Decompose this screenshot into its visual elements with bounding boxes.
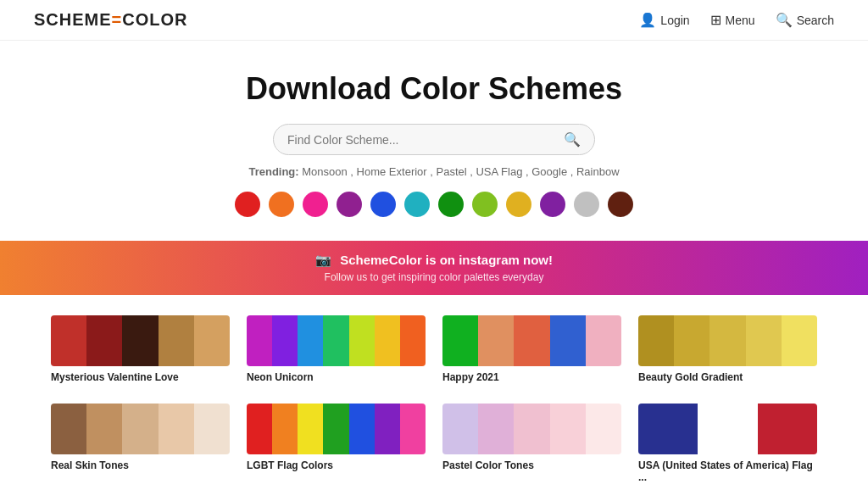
- scheme-swatch: [247, 404, 272, 454]
- scheme-swatches: [442, 315, 621, 366]
- color-circle-1[interactable]: [269, 192, 294, 217]
- instagram-title: 📷 SchemeColor is on instagram now!: [17, 253, 851, 268]
- trending-bar: Trending: Monsoon , Home Exterior , Past…: [17, 165, 851, 178]
- scheme-swatch: [122, 404, 158, 454]
- scheme-swatch: [758, 404, 817, 454]
- color-circle-5[interactable]: [404, 192, 430, 217]
- scheme-name: USA (United States of America) Flag ...: [638, 459, 817, 483]
- search-bar: 🔍: [273, 124, 595, 155]
- scheme-swatch: [550, 315, 586, 366]
- scheme-swatch: [709, 315, 745, 366]
- scheme-card[interactable]: Real Skin Tones: [51, 404, 230, 483]
- scheme-swatch: [86, 315, 122, 366]
- scheme-name: Mysterious Valentine Love: [51, 371, 230, 383]
- color-circle-3[interactable]: [337, 192, 362, 217]
- scheme-card[interactable]: Pastel Color Tones: [442, 404, 621, 483]
- scheme-swatch: [698, 404, 757, 454]
- scheme-swatches: [638, 404, 817, 454]
- search-icon: 🔍: [564, 131, 581, 148]
- scheme-card[interactable]: Neon Unicorn: [247, 315, 426, 383]
- scheme-swatch: [349, 315, 375, 366]
- scheme-name: Beauty Gold Gradient: [638, 371, 817, 383]
- color-circle-8[interactable]: [506, 192, 531, 217]
- scheme-swatch: [400, 315, 426, 366]
- scheme-card[interactable]: USA (United States of America) Flag ...: [638, 404, 817, 483]
- search-nav-label: Search: [797, 14, 834, 27]
- trending-label: Trending:: [248, 165, 298, 178]
- scheme-swatch: [323, 404, 348, 454]
- login-nav-item[interactable]: 👤 Login: [639, 12, 689, 28]
- scheme-swatches: [247, 315, 426, 366]
- scheme-swatch: [400, 404, 426, 454]
- scheme-swatch: [442, 315, 478, 366]
- scheme-swatches: [51, 404, 230, 454]
- scheme-swatches: [51, 315, 230, 366]
- search-nav-item[interactable]: 🔍 Search: [776, 12, 834, 28]
- scheme-swatches: [638, 315, 817, 366]
- color-circle-4[interactable]: [370, 192, 396, 217]
- scheme-card[interactable]: Happy 2021: [442, 315, 621, 383]
- scheme-swatch: [247, 315, 272, 366]
- scheme-card[interactable]: LGBT Flag Colors: [247, 404, 426, 483]
- scheme-name: Neon Unicorn: [247, 371, 426, 383]
- scheme-name: LGBT Flag Colors: [247, 459, 426, 471]
- logo[interactable]: SCHEME=COLOR: [34, 10, 187, 30]
- scheme-swatch: [272, 404, 298, 454]
- scheme-swatch: [159, 315, 194, 366]
- scheme-swatch: [478, 315, 514, 366]
- scheme-swatch: [674, 315, 709, 366]
- scheme-swatch: [159, 404, 194, 454]
- scheme-swatch: [782, 315, 817, 366]
- scheme-swatch: [375, 315, 400, 366]
- scheme-swatch: [550, 404, 586, 454]
- scheme-swatch: [323, 315, 348, 366]
- scheme-swatch: [51, 315, 86, 366]
- scheme-swatch: [86, 404, 122, 454]
- scheme-swatches: [247, 404, 426, 454]
- scheme-swatch: [51, 404, 86, 454]
- menu-label: Menu: [726, 14, 755, 27]
- scheme-swatch: [194, 404, 230, 454]
- scheme-swatch: [122, 315, 158, 366]
- color-circle-0[interactable]: [235, 192, 260, 217]
- hero-title: Download Color Schemes: [17, 71, 851, 107]
- scheme-swatch: [478, 404, 514, 454]
- trending-items: Monsoon , Home Exterior , Pastel , USA F…: [302, 165, 619, 178]
- menu-nav-item[interactable]: ⊞ Menu: [710, 12, 755, 28]
- person-icon: 👤: [639, 12, 656, 28]
- instagram-banner[interactable]: 📷 SchemeColor is on instagram now! Follo…: [0, 241, 868, 295]
- color-circle-9[interactable]: [540, 192, 565, 217]
- color-circle-11[interactable]: [608, 192, 633, 217]
- search-input[interactable]: [287, 133, 564, 147]
- scheme-swatch: [349, 404, 375, 454]
- scheme-swatch: [514, 404, 549, 454]
- color-circle-7[interactable]: [472, 192, 498, 217]
- color-circle-2[interactable]: [303, 192, 328, 217]
- scheme-swatch: [298, 315, 323, 366]
- scheme-swatch: [638, 404, 698, 454]
- color-circle-6[interactable]: [438, 192, 464, 217]
- schemes-grid: Mysterious Valentine LoveNeon UnicornHap…: [51, 315, 817, 501]
- scheme-swatches: [442, 404, 621, 454]
- scheme-swatch: [514, 315, 549, 366]
- header: SCHEME=COLOR 👤 Login ⊞ Menu 🔍 Search: [0, 0, 868, 41]
- scheme-name: Happy 2021: [442, 371, 621, 383]
- scheme-swatch: [746, 315, 782, 366]
- header-nav: 👤 Login ⊞ Menu 🔍 Search: [639, 12, 834, 28]
- scheme-swatch: [194, 315, 230, 366]
- login-label: Login: [660, 14, 689, 27]
- instagram-subtitle: Follow us to get inspiring color palette…: [17, 271, 851, 283]
- hero-section: Download Color Schemes 🔍 Trending: Monso…: [0, 41, 868, 234]
- scheme-card[interactable]: Mysterious Valentine Love: [51, 315, 230, 383]
- instagram-icon: 📷: [315, 253, 331, 267]
- scheme-swatch: [586, 315, 621, 366]
- scheme-swatch: [272, 315, 298, 366]
- color-circle-10[interactable]: [574, 192, 599, 217]
- scheme-swatch: [586, 404, 621, 454]
- scheme-swatch: [375, 404, 400, 454]
- schemes-section: Mysterious Valentine LoveNeon UnicornHap…: [0, 295, 868, 501]
- color-circles-container: [17, 192, 851, 217]
- logo-accent: =: [112, 10, 123, 29]
- scheme-swatch: [442, 404, 478, 454]
- scheme-card[interactable]: Beauty Gold Gradient: [638, 315, 817, 383]
